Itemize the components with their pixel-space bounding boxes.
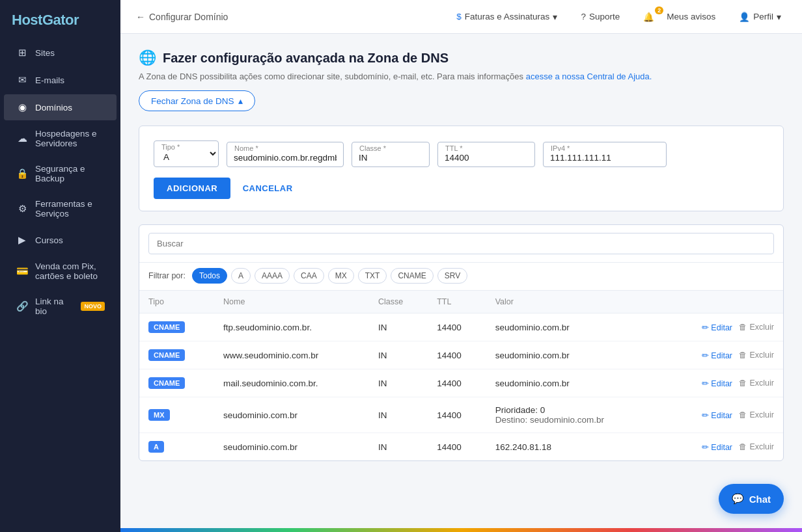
edit-button[interactable]: ✏ Editar xyxy=(702,351,732,360)
tipo-field: Tipo * A xyxy=(154,140,219,167)
user-icon: 👤 xyxy=(739,12,750,22)
central-ajuda-link[interactable]: acesse a nossa Central de Ajuda. xyxy=(526,72,652,81)
sidebar-item-emails[interactable]: ✉ E-mails xyxy=(4,67,117,93)
ipv4-input[interactable] xyxy=(543,142,667,167)
nome-cell: www.seudominio.com.br xyxy=(214,341,369,369)
edit-button[interactable]: ✏ Editar xyxy=(702,323,732,332)
valor-cell: Prioridade: 0Destino: seudominio.com.br xyxy=(486,397,660,433)
tipo-badge: CNAME xyxy=(148,321,185,333)
tipo-badge: CNAME xyxy=(148,377,185,389)
delete-button[interactable]: 🗑 Excluir xyxy=(739,410,774,419)
sidebar-item-label: Venda com Pix, cartões e boleto xyxy=(35,261,105,281)
nome-cell: seudominio.com.br xyxy=(214,433,369,461)
sidebar: HostGator ⊞ Sites ✉ E-mails ◉ Domínios ☁… xyxy=(0,0,120,532)
col-actions xyxy=(659,291,783,313)
nome-cell: mail.seudominio.com.br. xyxy=(214,369,369,397)
sidebar-item-label: Domínios xyxy=(35,103,72,113)
nome-input[interactable] xyxy=(227,142,344,167)
filter-caa[interactable]: CAA xyxy=(294,268,324,284)
valor-cell: seudominio.com.br xyxy=(486,313,660,341)
close-dns-button[interactable]: Fechar Zona de DNS ▴ xyxy=(139,90,255,111)
valor-cell: seudominio.com.br xyxy=(486,369,660,397)
ipv4-field: IPv4 * xyxy=(543,142,667,167)
adicionar-button[interactable]: ADICIONAR xyxy=(154,178,230,199)
filter-todos[interactable]: Todos xyxy=(192,268,227,284)
sidebar-item-dominios[interactable]: ◉ Domínios xyxy=(4,94,117,120)
sites-icon: ⊞ xyxy=(16,47,29,59)
valor-cell: 162.240.81.18 xyxy=(486,433,660,461)
sidebar-item-sites[interactable]: ⊞ Sites xyxy=(4,40,117,66)
col-ttl: TTL xyxy=(428,291,486,313)
sidebar-item-label: Hospedagens e Servidores xyxy=(35,129,105,148)
dns-subtitle: A Zona de DNS possibilita ações como dir… xyxy=(139,72,784,81)
filter-aaaa[interactable]: AAAA xyxy=(255,268,290,284)
table-row: CNAME mail.seudominio.com.br. IN 14400 s… xyxy=(139,369,783,397)
sidebar-item-venda[interactable]: 💳 Venda com Pix, cartões e boleto xyxy=(4,254,117,288)
form-actions: ADICIONAR CANCELAR xyxy=(154,178,769,199)
chat-label: Chat xyxy=(749,494,771,505)
filter-cname[interactable]: CNAME xyxy=(391,268,433,284)
faturas-menu[interactable]: $ Faturas e Assinaturas ▾ xyxy=(451,8,562,26)
cancelar-button[interactable]: CANCELAR xyxy=(234,178,302,199)
edit-button[interactable]: ✏ Editar xyxy=(702,379,732,388)
avisos-menu[interactable]: 🔔 2 Meus avisos xyxy=(638,8,721,26)
edit-button[interactable]: ✏ Editar xyxy=(702,442,732,452)
classe-field: Classe * xyxy=(352,142,430,167)
table-row: CNAME ftp.seudominio.com.br. IN 14400 se… xyxy=(139,313,783,341)
sidebar-item-label: Segurança e Backup xyxy=(35,164,105,183)
filter-txt[interactable]: TXT xyxy=(358,268,387,284)
back-button[interactable]: ← Configurar Domínio xyxy=(136,12,228,22)
form-row: Tipo * A Nome * Classe * TTL * xyxy=(154,140,769,167)
table-row: CNAME www.seudominio.com.br IN 14400 seu… xyxy=(139,341,783,369)
help-icon: ? xyxy=(581,12,586,21)
sidebar-item-label: Cursos xyxy=(35,235,63,245)
ttl-cell: 14400 xyxy=(428,341,486,369)
sidebar-item-label: Link na bio xyxy=(35,297,72,316)
filter-label: Filtrar por: xyxy=(148,271,186,280)
logo-text: HostGator xyxy=(12,12,79,28)
ferramentas-icon: ⚙ xyxy=(16,203,29,215)
filter-mx[interactable]: MX xyxy=(328,268,354,284)
edit-button[interactable]: ✏ Editar xyxy=(702,410,732,420)
search-bar xyxy=(139,225,783,263)
tipo-select[interactable]: A xyxy=(154,140,219,167)
sidebar-item-linknabio[interactable]: 🔗 Link na bio NOVO xyxy=(4,289,117,323)
delete-button[interactable]: 🗑 Excluir xyxy=(739,351,774,360)
ttl-cell: 14400 xyxy=(428,369,486,397)
main-area: ← Configurar Domínio $ Faturas e Assinat… xyxy=(120,0,802,532)
col-nome: Nome xyxy=(214,291,369,313)
dns-form-card: Tipo * A Nome * Classe * TTL * xyxy=(139,126,784,211)
classe-cell: IN xyxy=(369,433,428,461)
ttl-cell: 14400 xyxy=(428,397,486,433)
search-input[interactable] xyxy=(148,233,774,254)
chat-button[interactable]: 💬 Chat xyxy=(719,484,784,514)
col-tipo: Tipo xyxy=(139,291,214,313)
sidebar-item-seguranca[interactable]: 🔒 Segurança e Backup xyxy=(4,157,117,191)
suporte-menu[interactable]: ? Suporte xyxy=(575,8,625,25)
emails-icon: ✉ xyxy=(16,74,29,86)
delete-button[interactable]: 🗑 Excluir xyxy=(739,323,774,332)
sidebar-item-ferramentas[interactable]: ⚙ Ferramentas e Serviços xyxy=(4,192,117,226)
filter-bar: Filtrar por: Todos A AAAA CAA MX TXT CNA… xyxy=(139,263,783,291)
perfil-menu[interactable]: 👤 Perfil ▾ xyxy=(734,8,786,26)
actions-cell: ✏ Editar 🗑 Excluir xyxy=(669,379,774,388)
filter-a[interactable]: A xyxy=(231,268,251,284)
bottom-bar xyxy=(120,528,802,532)
chevron-down-icon: ▾ xyxy=(777,12,781,22)
back-arrow-icon: ← xyxy=(136,12,145,22)
sidebar-item-label: Ferramentas e Serviços xyxy=(35,199,105,219)
sidebar-item-hospedagens[interactable]: ☁ Hospedagens e Servidores xyxy=(4,122,117,155)
sidebar-item-cursos[interactable]: ▶ Cursos xyxy=(4,227,117,253)
link-icon: 🔗 xyxy=(16,300,29,312)
nome-field: Nome * xyxy=(227,142,344,167)
delete-button[interactable]: 🗑 Excluir xyxy=(739,442,774,451)
delete-button[interactable]: 🗑 Excluir xyxy=(739,379,774,388)
classe-input[interactable] xyxy=(352,142,430,167)
chevron-down-icon: ▾ xyxy=(553,12,557,22)
ttl-field: TTL * xyxy=(437,142,535,167)
filter-srv[interactable]: SRV xyxy=(437,268,467,284)
bell-icon: 🔔 xyxy=(643,12,654,22)
sidebar-logo: HostGator xyxy=(0,0,120,39)
novo-badge: NOVO xyxy=(81,302,105,311)
ttl-input[interactable] xyxy=(437,142,535,167)
